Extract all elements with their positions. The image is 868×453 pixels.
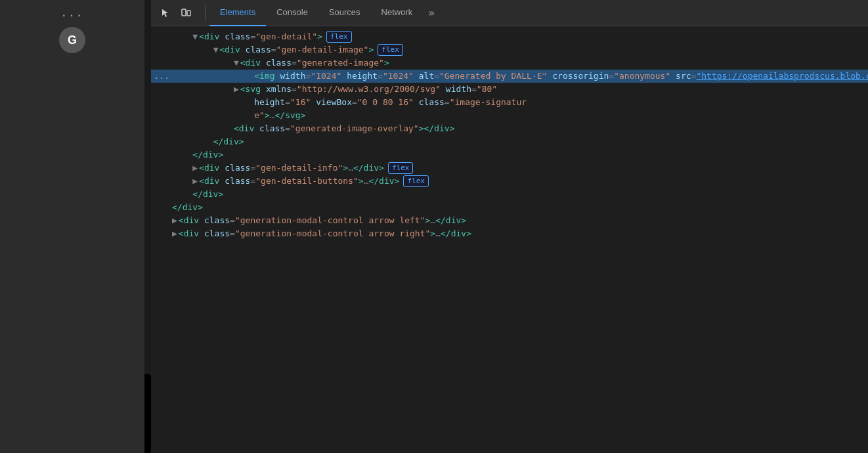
line-ellipsis <box>151 188 169 200</box>
cursor-icon[interactable] <box>156 4 175 22</box>
line-ellipsis <box>151 136 169 148</box>
line-ellipsis <box>151 215 169 226</box>
toolbar: Elements Console Sources Network » ⚠ 1 ⚙… <box>151 0 868 26</box>
line-ellipsis <box>151 175 169 187</box>
dom-line-modal-left[interactable]: ▶ <div class = "generation-modal-control… <box>151 214 868 227</box>
svg-rect-1 <box>187 11 190 16</box>
line-ellipsis <box>151 123 169 135</box>
dom-line-gen-detail-buttons[interactable]: ▶ <div class = "gen-detail-buttons" > … … <box>151 175 868 188</box>
triangle-icon: ▶ <box>192 162 198 174</box>
dom-line-gen-detail[interactable]: ▼ <div class = "gen-detail" > flex <box>151 30 868 43</box>
dom-line-modal-right[interactable]: ▶ <div class = "generation-modal-control… <box>151 227 868 240</box>
flex-badge: flex <box>378 44 403 56</box>
tabs: Elements Console Sources Network » <box>209 0 868 26</box>
dom-line-img[interactable]: ... <img width = "1024" height = "1024" … <box>151 70 868 83</box>
device-emulation-icon[interactable] <box>177 4 196 22</box>
avatar: G <box>59 27 85 53</box>
line-ellipsis <box>151 44 169 56</box>
sidebar-dots[interactable]: ... <box>61 7 84 19</box>
toolbar-divider <box>205 5 206 21</box>
line-ellipsis <box>151 110 169 121</box>
svg-rect-0 <box>182 9 186 16</box>
triangle-icon: ▶ <box>172 228 177 240</box>
triangle-icon: ▶ <box>172 215 177 226</box>
tab-console[interactable]: Console <box>266 0 318 26</box>
line-ellipsis <box>151 31 169 43</box>
dom-line-gen-detail-info[interactable]: ▶ <div class = "gen-detail-info" > … </d… <box>151 162 868 175</box>
tab-more[interactable]: » <box>423 0 440 26</box>
tab-sources[interactable]: Sources <box>318 0 371 26</box>
line-ellipsis <box>151 97 169 108</box>
flex-badge: flex <box>403 175 429 187</box>
dom-line-svg-attrs[interactable]: height = "16" viewBox = "0 0 80 16" clas… <box>151 96 868 109</box>
line-ellipsis <box>151 57 169 69</box>
line-ellipsis: ... <box>151 70 169 82</box>
dom-line-close-outer[interactable]: </div> <box>151 201 868 214</box>
flex-badge: flex <box>326 31 352 43</box>
line-ellipsis <box>151 83 169 95</box>
tab-network[interactable]: Network <box>371 0 423 26</box>
flex-badge: flex <box>388 162 414 174</box>
dom-line-generated-image[interactable]: ▼ <div class = "generated-image" > <box>151 56 868 70</box>
devtools-panel: Elements Console Sources Network » ⚠ 1 ⚙… <box>151 0 868 453</box>
dom-line-close-gen-detail-image[interactable]: </div> <box>151 148 868 162</box>
dom-line-close-gen-detail[interactable]: </div> <box>151 188 868 201</box>
line-ellipsis <box>151 228 169 240</box>
tab-elements[interactable]: Elements <box>209 0 266 26</box>
dom-line-gen-detail-image[interactable]: ▼ <div class = "gen-detail-image" > flex <box>151 43 868 56</box>
triangle-icon: ▼ <box>192 31 198 43</box>
toolbar-left <box>156 4 196 22</box>
triangle-icon: ▶ <box>234 83 239 95</box>
line-ellipsis <box>151 202 169 213</box>
line-ellipsis <box>151 149 169 161</box>
page-edge <box>144 0 151 453</box>
page-black-rect <box>144 374 151 453</box>
triangle-icon: ▼ <box>234 57 239 69</box>
dom-line-overlay[interactable]: <div class = "generated-image-overlay" >… <box>151 122 868 135</box>
dom-line-close-generated-image[interactable]: </div> <box>151 135 868 148</box>
dom-line-svg-close[interactable]: e" > … </svg> <box>151 109 868 122</box>
triangle-icon: ▶ <box>192 175 198 187</box>
dom-line-svg-open[interactable]: ▶ <svg xmlns = "http://www.w3.org/2000/s… <box>151 83 868 96</box>
dom-panel: ▼ <div class = "gen-detail" > flex ▼ <di… <box>151 26 868 453</box>
triangle-icon: ▼ <box>213 44 219 56</box>
line-ellipsis <box>151 162 169 174</box>
sidebar: ... G <box>0 0 144 453</box>
